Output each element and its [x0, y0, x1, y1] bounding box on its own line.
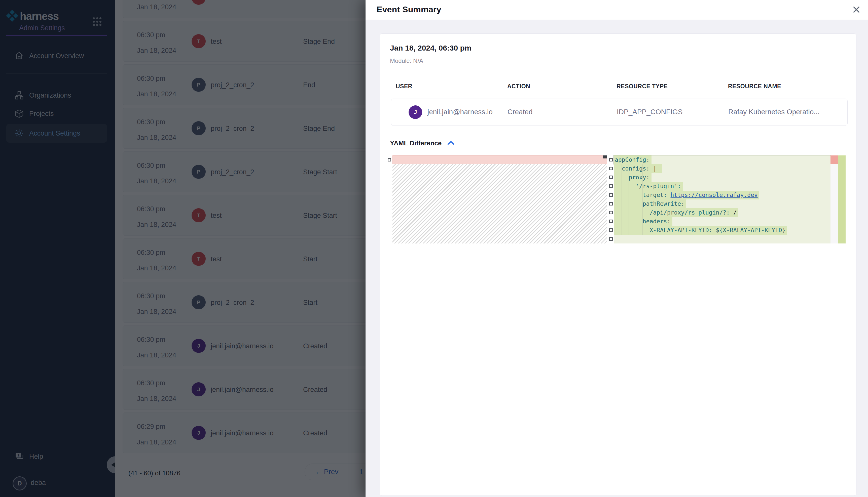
yaml-text: / [733, 209, 737, 216]
column-header-resource-type: RESOURCE TYPE [617, 83, 667, 90]
overview-ruler-added [838, 155, 845, 243]
removed-line [392, 155, 607, 164]
event-table-row: J jenil.jain@harness.io Created IDP_APP_… [391, 99, 848, 126]
event-resource-name: Rafay Kubernetes Operatio... [728, 108, 820, 116]
removed-line-marker [603, 155, 607, 158]
diff-widget-square[interactable] [609, 167, 613, 170]
diff-added-line: configs: |- [614, 164, 830, 173]
diff-widget-square[interactable] [609, 175, 613, 179]
close-icon[interactable] [851, 4, 862, 15]
yaml-diff-editor: appConfig: configs: |- proxy: '/rs-plugi… [380, 155, 856, 485]
event-user-avatar: J [409, 105, 422, 119]
diff-widget-square[interactable] [609, 184, 613, 188]
diff-line-text: appConfig: [615, 156, 649, 163]
diff-added-line [614, 235, 830, 243]
diff-widget-square[interactable] [609, 237, 613, 241]
diff-added-line: X-RAFAY-API-KEYID: ${X-RAFAY-API-KEYID} [614, 226, 830, 235]
yaml-text: |- [653, 165, 660, 172]
event-user: jenil.jain@harness.io [427, 108, 493, 116]
diff-added-line: target: https://console.rafay.dev [614, 191, 830, 199]
diff-pane-divider [607, 155, 607, 485]
diff-widget-square[interactable] [609, 228, 613, 232]
diff-added-line: /api/proxy/rs-plugin/?: / [614, 208, 830, 217]
diff-widget-square[interactable] [388, 158, 391, 161]
diff-widget-square[interactable] [609, 219, 613, 223]
column-header-resource-name: RESOURCE NAME [728, 83, 781, 90]
diff-added-line: pathRewrite: [614, 199, 830, 208]
diff-line-text: proxy: [615, 174, 649, 181]
diff-line-text: X-RAFAY-API-KEYID: ${X-RAFAY-API-KEYID} [615, 227, 786, 234]
yaml-text: /api/proxy/rs-plugin/?: [615, 209, 733, 216]
chevron-up-icon [447, 140, 455, 147]
event-summary-modal: Event Summary Jan 18, 2024, 06:30 pm Mod… [366, 0, 868, 497]
yaml-text: '/rs-plugin': [615, 183, 681, 189]
column-header-action: ACTION [507, 83, 530, 90]
diff-line-text: '/rs-plugin': [615, 183, 681, 190]
modal-body: Jan 18, 2024, 06:30 pm Module: N/A USER … [366, 20, 868, 497]
yaml-text: proxy: [615, 174, 649, 181]
modal-title: Event Summary [376, 4, 441, 14]
yaml-link[interactable]: https://console.rafay.dev [671, 191, 758, 198]
diff-line-text: target: https://console.rafay.dev [615, 191, 758, 198]
empty-diff-region [392, 164, 607, 243]
diff-added-line: '/rs-plugin': [614, 182, 830, 191]
diff-widget-square[interactable] [609, 211, 613, 214]
yaml-text: appConfig: [615, 156, 649, 163]
yaml-difference-toggle[interactable]: YAML Difference [390, 139, 455, 147]
overview-ruler-track [830, 164, 838, 243]
event-action: Created [508, 108, 533, 116]
event-card: Jan 18, 2024, 06:30 pm Module: N/A USER … [380, 33, 856, 496]
indent-guide [636, 164, 636, 235]
diff-widget-square[interactable] [609, 202, 613, 205]
diff-added-line-current: appConfig: [614, 155, 830, 164]
column-header-user: USER [396, 83, 412, 90]
modal-header: Event Summary [366, 0, 868, 20]
diff-added-line: headers: [614, 217, 830, 226]
overview-ruler-removed [830, 155, 838, 164]
diff-line-text: pathRewrite: [615, 200, 685, 207]
diff-added-line: proxy: [614, 173, 830, 182]
event-module: Module: N/A [390, 57, 423, 65]
diff-widget-square[interactable] [609, 193, 613, 197]
event-resource-type: IDP_APP_CONFIGS [617, 108, 683, 116]
diff-widget-square[interactable] [609, 158, 613, 161]
event-datetime: Jan 18, 2024, 06:30 pm [390, 44, 471, 52]
yaml-text: X-RAFAY-API-KEYID: ${X-RAFAY-API-KEYID} [615, 227, 786, 233]
diff-line-text: /api/proxy/rs-plugin/?: / [615, 209, 737, 216]
yaml-text: configs: [615, 165, 653, 172]
yaml-text: pathRewrite: [615, 200, 685, 207]
yaml-difference-label: YAML Difference [390, 139, 442, 147]
indent-guide [629, 164, 629, 235]
